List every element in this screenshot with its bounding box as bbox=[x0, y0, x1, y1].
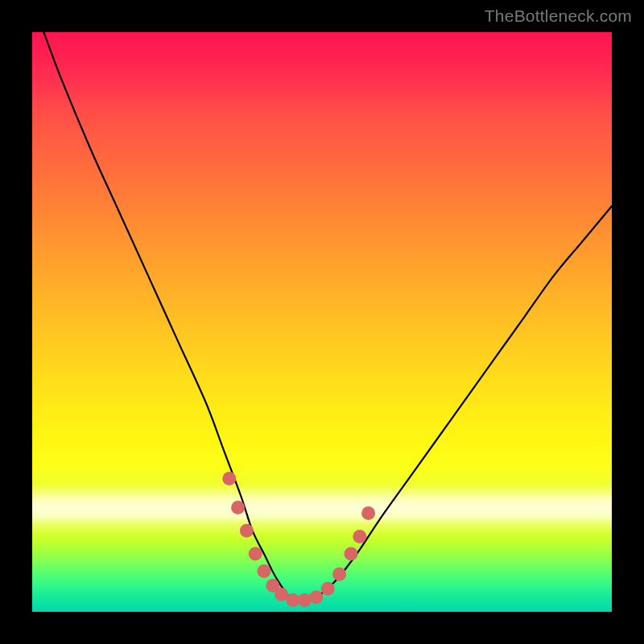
chart-plot-area bbox=[32, 32, 612, 612]
svg-point-2 bbox=[240, 524, 254, 538]
svg-point-13 bbox=[353, 530, 366, 543]
svg-point-6 bbox=[275, 588, 288, 601]
svg-point-1 bbox=[231, 501, 245, 514]
highlight-markers bbox=[222, 472, 375, 607]
chart-svg bbox=[32, 32, 612, 612]
svg-point-8 bbox=[298, 593, 312, 607]
svg-point-10 bbox=[321, 582, 335, 596]
svg-point-11 bbox=[332, 568, 346, 581]
svg-point-14 bbox=[361, 506, 375, 520]
svg-point-0 bbox=[222, 472, 236, 485]
svg-point-3 bbox=[249, 547, 262, 561]
svg-point-12 bbox=[345, 547, 358, 561]
bottleneck-curve-line bbox=[43, 32, 612, 602]
svg-point-4 bbox=[258, 564, 271, 578]
svg-point-9 bbox=[309, 591, 323, 605]
watermark-text: TheBottleneck.com bbox=[485, 6, 632, 26]
